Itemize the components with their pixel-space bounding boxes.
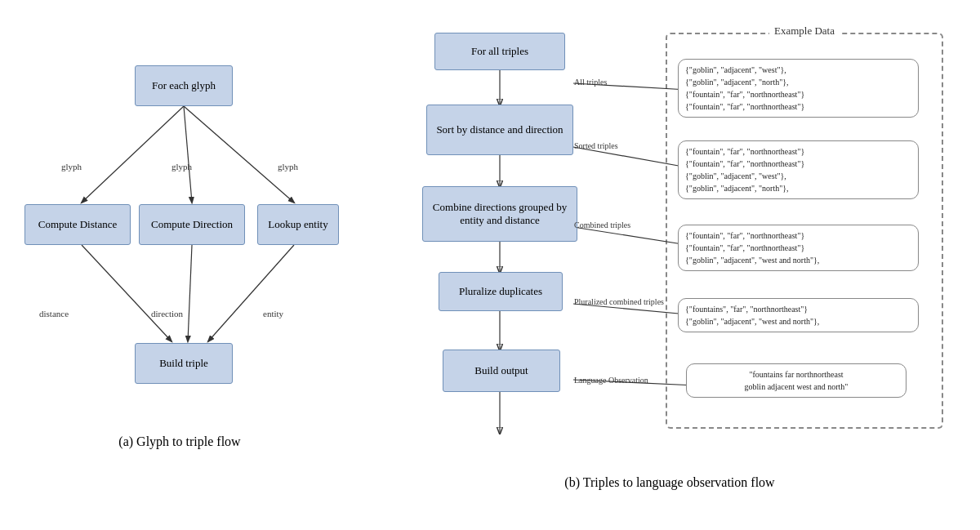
edge-label-entity: entity [263,309,283,318]
example-data-label: Example Data [769,24,840,38]
svg-line-2 [184,106,294,203]
compute-direction-label: Compute Direction [151,218,233,231]
edge-label-distance: distance [39,309,69,318]
right-diagram: Example Data [368,8,972,490]
data-box-3: {"fountain", "far", "northnortheast"} {"… [678,225,919,271]
svg-line-4 [188,245,192,341]
edge-label-glyph3: glyph [278,162,298,171]
edge-label-direction: direction [151,309,183,318]
build-triple-label: Build triple [159,357,208,370]
compute-direction-box: Compute Direction [139,204,245,245]
edge-label-glyph2: glyph [172,162,192,171]
pluralize-duplicates-label: Pluralize duplicates [459,285,542,298]
for-each-glyph-box: For each glyph [135,65,233,106]
svg-line-3 [82,245,172,341]
left-flow: For each glyph Compute Distance Compute … [16,16,343,425]
combine-directions-label: Combine directions grouped by entity and… [430,201,570,227]
for-all-triples-label: For all triples [471,45,528,58]
for-all-triples-box: For all triples [434,33,565,70]
data-box-4: {"fountains", "far", "northnortheast"} {… [678,298,919,332]
sort-by-distance-box: Sort by distance and direction [426,105,573,155]
edge-label-glyph1: glyph [61,162,82,171]
pluralize-duplicates-box: Pluralize duplicates [439,272,563,311]
for-each-glyph-label: For each glyph [152,79,216,92]
compute-distance-label: Compute Distance [38,218,117,231]
data-box-5: "fountains far northnortheast goblin adj… [686,363,906,398]
right-caption: (b) Triples to language observation flow [564,475,774,490]
left-caption: (a) Glyph to triple flow [118,434,240,449]
combine-directions-box: Combine directions grouped by entity and… [422,186,577,242]
lookup-entity-box: Lookup entity [257,204,339,245]
svg-line-5 [208,245,294,341]
edge-all-triples: All triples [574,78,607,87]
build-output-label: Build output [474,364,528,377]
lookup-entity-label: Lookup entity [268,218,327,231]
compute-distance-box: Compute Distance [24,204,131,245]
build-triple-box: Build triple [135,343,233,384]
data-box-1: {"goblin", "adjacent", "west"}, {"goblin… [678,59,919,118]
main-container: For each glyph Compute Distance Compute … [8,8,972,523]
sort-by-distance-label: Sort by distance and direction [436,123,563,136]
svg-line-1 [184,106,192,203]
edge-sorted-triples: Sorted triples [574,141,618,150]
build-output-box: Build output [443,350,560,392]
right-flow: Example Data [376,16,964,474]
data-box-2: {"fountain", "far", "northnortheast"} {"… [678,140,919,199]
edge-pluralized: Pluralized combined triples [574,297,680,306]
edge-combined-triples: Combined triples [574,220,630,229]
svg-line-0 [82,106,184,203]
edge-language-obs: Language Observation [574,376,648,385]
left-diagram: For each glyph Compute Distance Compute … [8,8,351,449]
